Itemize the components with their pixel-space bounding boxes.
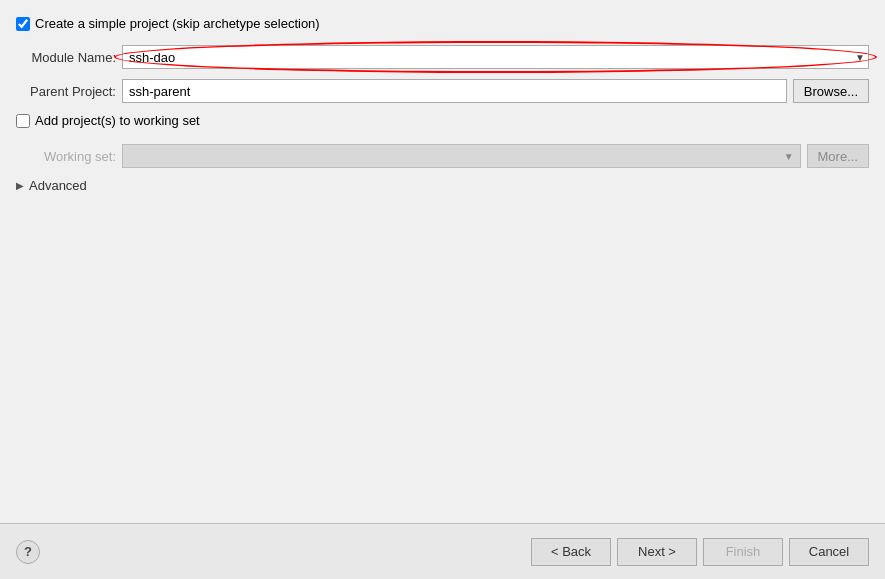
module-name-row: Module Name: ▼	[16, 45, 869, 69]
create-simple-row: Create a simple project (skip archetype …	[16, 16, 869, 31]
module-name-label: Module Name:	[16, 50, 116, 65]
create-simple-checkbox[interactable]	[16, 17, 30, 31]
parent-project-row: Parent Project: Browse...	[16, 79, 869, 103]
finish-button[interactable]: Finish	[703, 538, 783, 566]
working-set-dropdown[interactable]: ▼	[122, 144, 801, 168]
footer-right: < Back Next > Finish Cancel	[531, 538, 869, 566]
add-working-set-label: Add project(s) to working set	[35, 113, 200, 128]
module-name-input[interactable]	[122, 45, 869, 69]
content-spacer	[16, 203, 869, 515]
working-set-label: Working set:	[16, 149, 116, 164]
browse-button[interactable]: Browse...	[793, 79, 869, 103]
advanced-row[interactable]: ▶ Advanced	[16, 178, 869, 193]
next-button[interactable]: Next >	[617, 538, 697, 566]
add-working-set-row: Add project(s) to working set	[16, 113, 869, 128]
back-button[interactable]: < Back	[531, 538, 611, 566]
module-name-wrapper: ▼	[122, 45, 869, 69]
create-simple-label: Create a simple project (skip archetype …	[35, 16, 320, 31]
footer: ? < Back Next > Finish Cancel	[0, 523, 885, 579]
add-working-set-checkbox[interactable]	[16, 114, 30, 128]
parent-project-input[interactable]	[122, 79, 787, 103]
footer-left: ?	[16, 540, 40, 564]
parent-project-label: Parent Project:	[16, 84, 116, 99]
cancel-button[interactable]: Cancel	[789, 538, 869, 566]
working-set-dropdown-arrow: ▼	[784, 151, 794, 162]
create-simple-wrapper: Create a simple project (skip archetype …	[16, 16, 320, 31]
working-set-row: Working set: ▼ More...	[16, 144, 869, 168]
advanced-label: Advanced	[29, 178, 87, 193]
help-button[interactable]: ?	[16, 540, 40, 564]
more-button[interactable]: More...	[807, 144, 869, 168]
main-content: Create a simple project (skip archetype …	[0, 0, 885, 523]
advanced-collapse-icon: ▶	[16, 180, 24, 191]
